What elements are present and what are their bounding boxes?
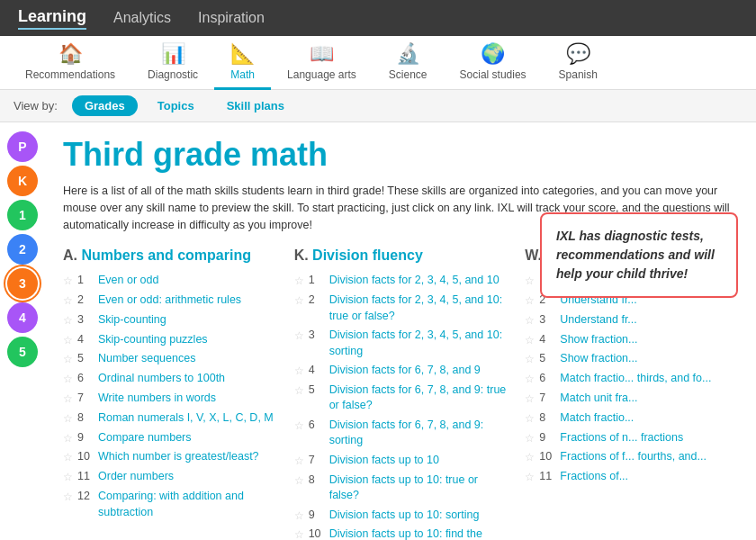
subject-spanish[interactable]: 💬 Spanish xyxy=(543,36,614,90)
subject-language-arts[interactable]: 📖 Language arts xyxy=(271,36,373,90)
list-item: ☆6Division facts for 6, 7, 8, and 9: sor… xyxy=(294,418,508,449)
skill-link[interactable]: Division facts up to 10: sorting xyxy=(329,508,480,524)
skill-link[interactable]: Even or odd xyxy=(98,273,158,289)
skill-link[interactable]: Show fraction... xyxy=(560,351,637,367)
skill-link[interactable]: Division facts for 6, 7, 8, and 9: true … xyxy=(329,382,508,414)
list-item: ☆10Fractions of f... fourths, and... xyxy=(525,449,738,465)
list-item: ☆12Comparing: with addition and subtract… xyxy=(63,489,276,520)
skill-link[interactable]: Roman numerals I, V, X, L, C, D, M xyxy=(98,410,274,427)
grade-k-circle[interactable]: K xyxy=(7,166,38,196)
skill-link[interactable]: Fractions of f... fourths, and... xyxy=(560,449,706,465)
grade-5-circle[interactable]: 5 xyxy=(7,337,38,367)
list-item: ☆7Division facts up to 10 xyxy=(294,453,508,469)
list-item: ☆5Number sequences xyxy=(63,351,276,367)
subject-spanish-label: Spanish xyxy=(559,68,598,81)
grade-sidebar: P K 1 2 3 4 5 xyxy=(0,122,45,540)
section-a-list: ☆1Even or odd ☆2Even or odd: arithmetic … xyxy=(63,273,276,520)
section-w-list: ☆1Identify equal parts ☆2Understand fr..… xyxy=(525,273,738,485)
list-item: ☆9Compare numbers xyxy=(63,430,276,446)
subject-social-studies[interactable]: 🌍 Social studies xyxy=(444,36,543,90)
list-item: ☆7Write numbers in words xyxy=(63,391,276,407)
list-item: ☆3Division facts for 2, 3, 4, 5, and 10:… xyxy=(294,328,508,359)
list-item: ☆7Match unit fra... xyxy=(525,391,738,407)
list-item: ☆4Division facts for 6, 7, 8, and 9 xyxy=(294,363,508,379)
view-grades-button[interactable]: Grades xyxy=(72,95,138,116)
list-item: ☆11Order numbers xyxy=(63,469,276,485)
list-item: ☆10Division facts up to 10: find the xyxy=(294,526,508,540)
skill-link[interactable]: Which number is greatest/least? xyxy=(98,449,259,465)
skill-link[interactable]: Fractions of n... fractions xyxy=(560,430,683,446)
skill-link[interactable]: Division facts for 2, 3, 4, 5, and 10: t… xyxy=(329,292,508,324)
subject-nav: 🏠 Recommendations 📊 Diagnostic 📐 Math 📖 … xyxy=(0,36,756,90)
skill-link[interactable]: Skip-counting xyxy=(98,312,166,328)
section-a: A. Numbers and comparing ☆1Even or odd ☆… xyxy=(63,248,276,540)
subject-math-label: Math xyxy=(230,68,255,81)
skill-link[interactable]: Division facts for 2, 3, 4, 5, and 10 xyxy=(329,273,500,289)
nav-analytics[interactable]: Analytics xyxy=(113,10,171,26)
tooltip-box: IXL has diagnostic tests, recommendation… xyxy=(540,212,738,298)
skill-link[interactable]: Match unit fra... xyxy=(560,391,637,407)
view-by-label: View by: xyxy=(14,99,58,112)
list-item: ☆4Skip-counting puzzles xyxy=(63,332,276,348)
list-item: ☆11Fractions of... xyxy=(525,469,738,485)
skill-link[interactable]: Match fractio... xyxy=(560,410,634,427)
tooltip-text: IXL has diagnostic tests, recommendation… xyxy=(556,229,715,281)
diagnostic-icon: 📊 xyxy=(161,42,185,66)
section-k-title: K. Division fluency xyxy=(294,248,508,264)
skill-link[interactable]: Division facts up to 10 xyxy=(329,453,439,469)
content-area: Third grade math Here is a list of all o… xyxy=(45,122,756,540)
list-item: ☆5Show fraction... xyxy=(525,351,738,367)
subject-science-label: Science xyxy=(389,68,428,81)
science-icon: 🔬 xyxy=(396,42,420,66)
subject-recommendations[interactable]: 🏠 Recommendations xyxy=(9,36,131,90)
skill-link[interactable]: Even or odd: arithmetic rules xyxy=(98,292,241,309)
subject-language-arts-label: Language arts xyxy=(287,68,356,81)
grade-4-circle[interactable]: 4 xyxy=(7,302,38,333)
subject-recommendations-label: Recommendations xyxy=(25,68,115,81)
skill-link[interactable]: Skip-counting puzzles xyxy=(98,332,208,348)
skill-link[interactable]: Order numbers xyxy=(98,469,174,485)
skill-link[interactable]: Division facts up to 10: find the xyxy=(329,526,482,540)
grade-2-circle[interactable]: 2 xyxy=(7,234,38,265)
grade-3-circle[interactable]: 3 xyxy=(7,268,38,299)
grade-1-circle[interactable]: 1 xyxy=(7,200,38,230)
skill-link[interactable]: Write numbers in words xyxy=(98,391,216,407)
skill-link[interactable]: Understand fr... xyxy=(560,312,636,328)
skill-link[interactable]: Comparing: with addition and subtraction xyxy=(98,489,276,520)
language-arts-icon: 📖 xyxy=(310,42,334,66)
subject-diagnostic[interactable]: 📊 Diagnostic xyxy=(131,36,214,90)
spanish-icon: 💬 xyxy=(566,42,590,66)
skill-link[interactable]: Compare numbers xyxy=(98,430,192,446)
skill-link[interactable]: Division facts for 6, 7, 8, and 9 xyxy=(329,363,481,379)
list-item: ☆8Roman numerals I, V, X, L, C, D, M xyxy=(63,410,276,427)
subject-math[interactable]: 📐 Math xyxy=(214,36,271,90)
top-nav: Learning Analytics Inspiration xyxy=(0,0,756,36)
subject-science[interactable]: 🔬 Science xyxy=(373,36,444,90)
skill-link[interactable]: Division facts for 2, 3, 4, 5, and 10: s… xyxy=(329,328,508,359)
view-topics-button[interactable]: Topics xyxy=(145,95,207,116)
nav-learning[interactable]: Learning xyxy=(18,7,86,30)
page-title: Third grade math xyxy=(63,136,738,174)
list-item: ☆9Division facts up to 10: sorting xyxy=(294,508,508,524)
recommendations-icon: 🏠 xyxy=(58,42,83,66)
skill-link[interactable]: Division facts for 6, 7, 8, and 9: sorti… xyxy=(329,418,508,449)
skill-link[interactable]: Number sequences xyxy=(98,351,195,367)
list-item: ☆3Understand fr... xyxy=(525,312,738,328)
skill-link[interactable]: Division facts up to 10: true or false? xyxy=(329,472,508,504)
nav-inspiration[interactable]: Inspiration xyxy=(198,10,265,26)
skill-link[interactable]: Show fraction... xyxy=(560,332,637,348)
view-skill-plans-button[interactable]: Skill plans xyxy=(214,95,297,116)
list-item: ☆4Show fraction... xyxy=(525,332,738,348)
list-item: ☆1Even or odd xyxy=(63,273,276,289)
skill-link[interactable]: Fractions of... xyxy=(560,469,628,485)
skill-link[interactable]: Ordinal numbers to 100th xyxy=(98,371,225,387)
grade-p-circle[interactable]: P xyxy=(7,131,38,162)
subject-social-studies-label: Social studies xyxy=(460,68,526,81)
list-item: ☆3Skip-counting xyxy=(63,312,276,328)
subject-diagnostic-label: Diagnostic xyxy=(148,68,198,81)
list-item: ☆1Division facts for 2, 3, 4, 5, and 10 xyxy=(294,273,508,289)
skill-link[interactable]: Match fractio... thirds, and fo... xyxy=(560,371,711,387)
section-a-title: A. Numbers and comparing xyxy=(63,248,276,264)
list-item: ☆2Even or odd: arithmetic rules xyxy=(63,292,276,309)
list-item: ☆2Division facts for 2, 3, 4, 5, and 10:… xyxy=(294,292,508,324)
